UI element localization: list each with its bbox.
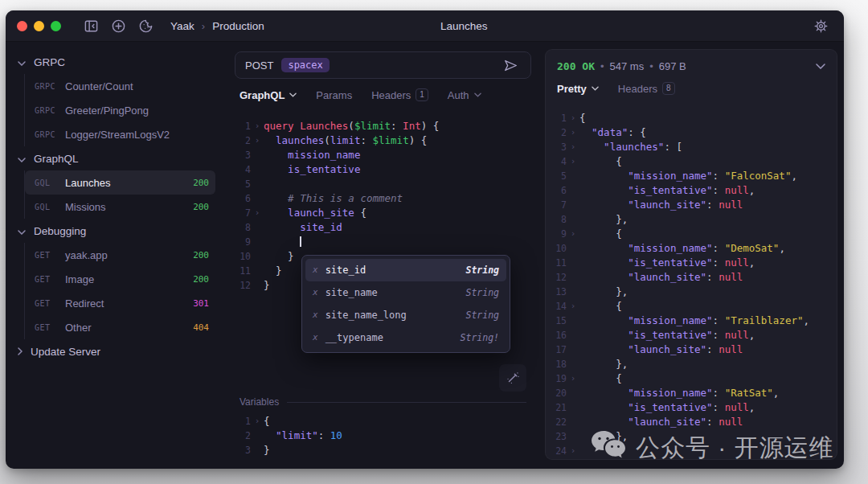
- sidebar-item-missions[interactable]: GQLMissions200: [25, 195, 215, 219]
- chevron-down-icon[interactable]: [18, 151, 26, 166]
- sidebar-section-update-server[interactable]: Update Server: [6, 339, 227, 363]
- response-menu-chevron-icon[interactable]: [816, 64, 825, 69]
- url-bar[interactable]: POST spacex: [235, 51, 531, 79]
- fold-marker-icon[interactable]: ›: [567, 299, 579, 314]
- code-line[interactable]: 15 "mission_name": "Trailblazer",: [546, 314, 837, 328]
- line-number: 3: [546, 140, 567, 154]
- breadcrumb-app[interactable]: Yaak: [170, 20, 194, 32]
- line-number: 8: [235, 220, 251, 235]
- tab-headers[interactable]: Headers1: [371, 88, 428, 101]
- fold-marker-icon[interactable]: ›: [567, 227, 579, 241]
- fold-marker-icon[interactable]: ›: [251, 414, 264, 429]
- sidebar-item-launches[interactable]: GQLLaunches200: [25, 170, 215, 195]
- code-line[interactable]: 16 "is_tentative": null,: [546, 328, 837, 342]
- autocomplete-item-type: String: [465, 263, 499, 277]
- fold-marker-icon[interactable]: ›: [567, 154, 579, 169]
- code-line[interactable]: 3 mission_name: [235, 148, 531, 162]
- sidebar-item-image[interactable]: GETImage200: [25, 267, 215, 291]
- code-line[interactable]: 8 site_id: [235, 220, 531, 235]
- code-line[interactable]: 2› "data": {: [546, 125, 837, 140]
- sidebar-item-counter-count[interactable]: GRPCCounter/Count: [25, 74, 215, 98]
- sidebar-item-yaak-app[interactable]: GETyaak.app200: [25, 243, 215, 267]
- sidebar-item-other[interactable]: GETOther404: [25, 315, 215, 339]
- response-body[interactable]: 1›{2› "data": {3› "launches": [4› {5 "mi…: [546, 100, 837, 459]
- autocomplete-item-name: site_name_long: [326, 308, 459, 322]
- code-line[interactable]: 1›{: [546, 111, 837, 125]
- code-line[interactable]: 2› launches(limit: $limit) {: [235, 133, 531, 148]
- sidebar-section-graphql[interactable]: GraphQL: [6, 146, 227, 170]
- request-method: POST: [245, 59, 273, 72]
- fold-marker-icon[interactable]: ›: [567, 111, 579, 125]
- breadcrumb[interactable]: Yaak › Production: [170, 20, 264, 32]
- close-button[interactable]: [17, 21, 27, 31]
- tab-headers[interactable]: Headers8: [618, 82, 675, 95]
- code-line[interactable]: 17 "launch_site": null: [546, 342, 837, 357]
- sidebar-toggle-icon[interactable]: [79, 15, 103, 36]
- sidebar-section-debugging[interactable]: Debugging: [6, 219, 227, 243]
- code-line[interactable]: 13 },: [546, 285, 837, 299]
- add-request-icon[interactable]: [106, 15, 130, 36]
- fold-spacer: [251, 220, 264, 235]
- chevron-down-icon[interactable]: [18, 224, 26, 238]
- code-line[interactable]: 14› {: [546, 299, 837, 314]
- code-line[interactable]: 5: [235, 177, 531, 191]
- fold-marker-icon[interactable]: ›: [567, 444, 579, 458]
- fold-marker-icon[interactable]: ›: [567, 140, 579, 154]
- variables-editor[interactable]: 1›{2 "limit": 103}: [235, 414, 531, 457]
- chevron-down-icon[interactable]: [18, 55, 26, 69]
- graphql-editor[interactable]: 1›query Launches($limit: Int) {2› launch…: [235, 109, 531, 392]
- code-line[interactable]: 3› "launches": [: [546, 140, 837, 154]
- autocomplete-item-site-id[interactable]: xsite_idString: [305, 259, 506, 281]
- sidebar-section-grpc[interactable]: GRPC: [6, 50, 227, 74]
- code-line[interactable]: 4 is_tentative: [235, 162, 531, 177]
- code-line[interactable]: 20 "mission_name": "RatSat",: [546, 386, 837, 400]
- code-line[interactable]: 7 "launch_site": null: [546, 198, 837, 212]
- fold-marker-icon[interactable]: ›: [567, 371, 579, 386]
- send-button[interactable]: [500, 55, 521, 76]
- breadcrumb-environment[interactable]: Production: [212, 20, 264, 32]
- fold-marker-icon[interactable]: ›: [251, 119, 264, 133]
- format-wand-button[interactable]: [499, 364, 526, 392]
- zoom-button[interactable]: [51, 21, 61, 31]
- fold-marker-icon[interactable]: ›: [567, 125, 579, 140]
- code-line[interactable]: 1›query Launches($limit: Int) {: [235, 119, 531, 133]
- code-line[interactable]: 21 "is_tentative": null,: [546, 400, 837, 415]
- code-line[interactable]: 4› {: [546, 154, 837, 169]
- cookie-icon[interactable]: [133, 15, 158, 36]
- code-line[interactable]: 9: [235, 235, 531, 249]
- code-line[interactable]: 22 "launch_site": null: [546, 415, 837, 429]
- fold-spacer: [251, 235, 264, 249]
- code-line[interactable]: 11 "is_tentative": null,: [546, 256, 837, 270]
- code-line[interactable]: 8 },: [546, 212, 837, 227]
- code-line[interactable]: 3}: [235, 443, 531, 457]
- code-line[interactable]: 2 "limit": 10: [235, 429, 531, 443]
- chevron-right-icon[interactable]: [18, 344, 23, 359]
- tab-pretty[interactable]: Pretty: [557, 83, 599, 95]
- sidebar-item-logger-streamlogsv2[interactable]: GRPCLogger/StreamLogsV2: [25, 122, 215, 146]
- minimize-button[interactable]: [34, 21, 44, 31]
- tab-graphql[interactable]: GraphQL: [240, 89, 297, 101]
- url-environment-badge[interactable]: spacex: [281, 58, 329, 72]
- code-line[interactable]: 6 "is_tentative": null,: [546, 183, 837, 198]
- code-line[interactable]: 19› {: [546, 371, 837, 386]
- code-line[interactable]: 1›{: [235, 414, 531, 429]
- fold-marker-icon[interactable]: ›: [251, 133, 264, 148]
- code-line[interactable]: 18 },: [546, 357, 837, 371]
- code-text: "launch_site": null: [579, 415, 743, 429]
- fold-spacer: [251, 443, 264, 457]
- tab-auth[interactable]: Auth: [448, 89, 481, 101]
- sidebar-item-redirect[interactable]: GETRedirect301: [25, 291, 215, 315]
- sidebar-item-greeter-pingpong[interactable]: GRPCGreeter/PingPong: [25, 98, 215, 122]
- code-line[interactable]: 12 "launch_site": null: [546, 270, 837, 285]
- code-line[interactable]: 6 # This is a comment: [235, 191, 531, 206]
- tab-params[interactable]: Params: [316, 89, 352, 101]
- autocomplete-item-site-name-long[interactable]: xsite_name_longString: [305, 304, 506, 326]
- code-line[interactable]: 7› launch_site {: [235, 206, 531, 220]
- fold-marker-icon[interactable]: ›: [251, 206, 264, 220]
- code-line[interactable]: 5 "mission_name": "FalconSat",: [546, 169, 837, 183]
- code-line[interactable]: 9› {: [546, 227, 837, 241]
- settings-gear-icon[interactable]: [809, 15, 833, 36]
- autocomplete-item-typename[interactable]: x__typenameString!: [305, 326, 506, 349]
- autocomplete-item-site-name[interactable]: xsite_nameString: [305, 281, 506, 304]
- code-line[interactable]: 10 "mission_name": "DemoSat",: [546, 241, 837, 256]
